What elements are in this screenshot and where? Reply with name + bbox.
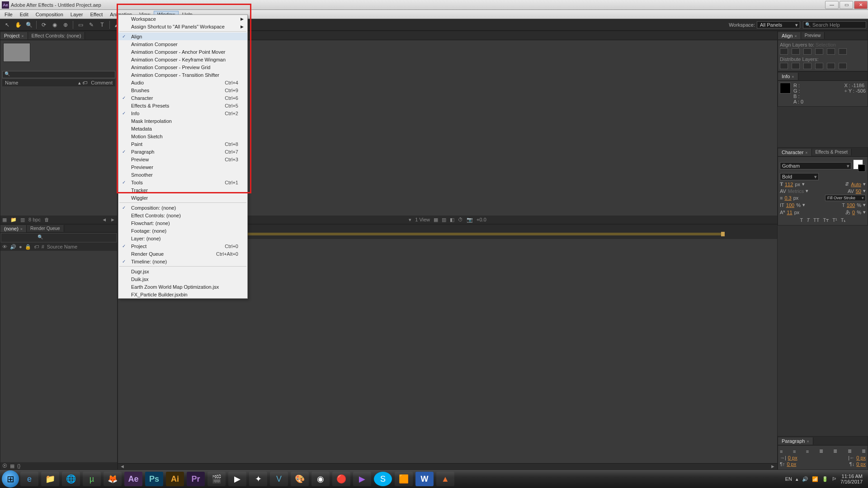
menu-item-flowchart-none-[interactable]: Flowchart: (none) [118,219,247,227]
app4-icon[interactable]: 🟧 [395,472,413,486]
justify-center-icon[interactable]: ≣ [833,448,837,454]
indent-left-value[interactable]: 0 px [788,455,797,460]
menu-item-audio[interactable]: AudioCtrl+4 [118,79,247,86]
align-vcenter-icon[interactable] [827,48,835,55]
skype-icon[interactable]: S [374,472,392,486]
align-left-text-icon[interactable]: ≡ [780,449,783,454]
dist-hcenter-icon[interactable] [827,63,835,69]
menu-composition[interactable]: Composition [32,11,67,18]
font-size-value[interactable]: 112 [785,182,793,187]
guides-icon[interactable]: ▥ [442,217,446,223]
scroll-right-icon[interactable]: ► [110,217,115,222]
menu-item-animation-composer-transition-shifter[interactable]: Animation Composer - Transition Shifter [118,71,247,79]
tsume-value[interactable]: 0 [852,210,855,215]
baseline-value[interactable]: 11 [787,210,792,215]
menu-item-composition-none-[interactable]: ✓Composition: (none) [118,204,247,211]
stroke-setting-dropdown[interactable]: Fill Over Stroke [825,195,866,201]
menu-item-project[interactable]: ✓ProjectCtrl+0 [118,242,247,250]
space-before-value[interactable]: 0 px [787,461,796,467]
menu-item-timeline-none-[interactable]: ✓Timeline: (none) [118,258,247,265]
chrome-icon[interactable]: 🌐 [62,472,80,486]
align-bottom-icon[interactable] [839,48,847,55]
grid-icon[interactable]: ▦ [434,217,438,223]
search-help-input[interactable]: Search Help [803,21,866,28]
menu-item-animation-composer[interactable]: Animation Composer [118,40,247,48]
zoom-value[interactable]: +0.0 [476,217,486,222]
workspace-dropdown[interactable]: All Panels [757,21,800,28]
network-icon[interactable]: 📶 [812,476,818,482]
close-button[interactable]: ✕ [854,1,868,9]
menu-item-footage-none-[interactable]: Footage: (none) [118,227,247,235]
video-editor-icon[interactable]: 🎬 [208,472,226,486]
tag-icon[interactable]: ▴ 🏷 [78,80,87,86]
lang-indicator[interactable]: EN [785,476,792,482]
align-hcenter-icon[interactable] [792,48,800,55]
timeline-tab-none[interactable]: (none)× [0,225,27,232]
menu-item-paint[interactable]: PaintCtrl+8 [118,140,247,148]
dist-bottom-icon[interactable] [803,63,811,69]
eye-icon[interactable]: 👁 [2,244,7,249]
mask-icon[interactable]: ◧ [450,217,454,223]
minimize-button[interactable]: — [825,1,839,9]
font-style-dropdown[interactable]: Bold [780,173,819,180]
media-player-icon[interactable]: ▶ [228,472,246,486]
vscale-value[interactable]: 100 [786,202,794,208]
comp-icon[interactable]: ▥ [20,217,25,223]
premiere-icon[interactable]: Pr [187,472,205,486]
menu-item-effect-controls-none-[interactable]: Effect Controls: (none) [118,211,247,219]
explorer-icon[interactable]: 📁 [41,472,59,486]
menu-item-fx-particle-builder-jsxbin[interactable]: FX_Particle Builder.jsxbin [118,291,247,298]
rect-tool-icon[interactable]: ▭ [76,20,85,29]
align-tab[interactable]: Align× [778,32,801,39]
tracking-value[interactable]: 50 [856,188,861,194]
menu-layer[interactable]: Layer [67,11,87,18]
lock-icon[interactable]: 🔒 [25,244,31,250]
align-left-icon[interactable] [780,48,788,55]
superscript-icon[interactable]: T¹ [832,217,837,223]
kerning-value[interactable]: Metrics [788,188,804,194]
effect-controls-tab[interactable]: Effect Controls: (none) [28,32,85,39]
menu-item-character[interactable]: ✓CharacterCtrl+6 [118,94,247,102]
battery-icon[interactable]: 🔋 [822,476,828,482]
paragraph-tab[interactable]: Paragraph× [778,437,813,445]
justify-left-icon[interactable]: ≣ [819,448,823,454]
align-right-text-icon[interactable]: ≡ [806,449,809,454]
source-name-col[interactable]: Source Name [47,244,77,249]
davinci-icon[interactable]: ✦ [249,472,267,486]
timeline-search[interactable] [1,234,116,242]
preview-tab[interactable]: Preview [801,32,825,39]
menu-item-align[interactable]: ✓Align [118,33,247,40]
clock[interactable]: 11:16 AM 7/16/2017 [840,474,863,484]
start-button[interactable]: ⊞ [2,470,19,488]
firefox-icon[interactable]: 🦊 [104,472,122,486]
hscale-value[interactable]: 100 [847,202,855,208]
menu-item-mask-interpolation[interactable]: Mask Interpolation [118,117,247,125]
brace-icon[interactable]: {} [17,463,20,469]
word-icon[interactable]: W [415,472,434,486]
tray-arrow-icon[interactable]: ▴ [796,476,798,482]
app1-icon[interactable]: ◉ [311,472,330,486]
col-comment[interactable]: Comment [91,80,113,85]
camera-icon[interactable]: 📷 [467,217,473,223]
text-tool-icon[interactable]: T [98,20,107,29]
menu-effect[interactable]: Effect [86,11,106,18]
dist-right-icon[interactable] [839,63,847,69]
menu-item-tools[interactable]: ✓ToolsCtrl+1 [118,178,247,186]
illustrator-icon[interactable]: Ai [166,472,184,486]
menu-item-animation-composer-anchor-point-mover[interactable]: Animation Composer - Anchor Point Mover [118,48,247,56]
character-tab[interactable]: Character× [778,149,812,156]
utorrent-icon[interactable]: µ [83,472,101,486]
menu-item-animation-composer-preview-grid[interactable]: Animation Composer - Preview Grid [118,63,247,71]
align-top-icon[interactable] [815,48,823,55]
subscript-icon[interactable]: T₁ [841,217,846,223]
indent-right-value[interactable]: 0 px [856,455,866,460]
maximize-button[interactable]: ▭ [840,1,853,9]
app2-icon[interactable]: 🔴 [332,472,350,486]
menu-item-tracker[interactable]: Tracker [118,186,247,194]
menu-item-paragraph[interactable]: ✓ParagraphCtrl+7 [118,148,247,155]
camera-tool-icon[interactable]: ◉ [50,20,59,29]
folder-icon[interactable]: 📁 [10,217,17,223]
photoshop-icon[interactable]: Ps [145,472,163,486]
time-icon[interactable]: ⏱ [458,217,463,222]
menu-item-render-queue[interactable]: Render QueueCtrl+Alt+0 [118,250,247,258]
